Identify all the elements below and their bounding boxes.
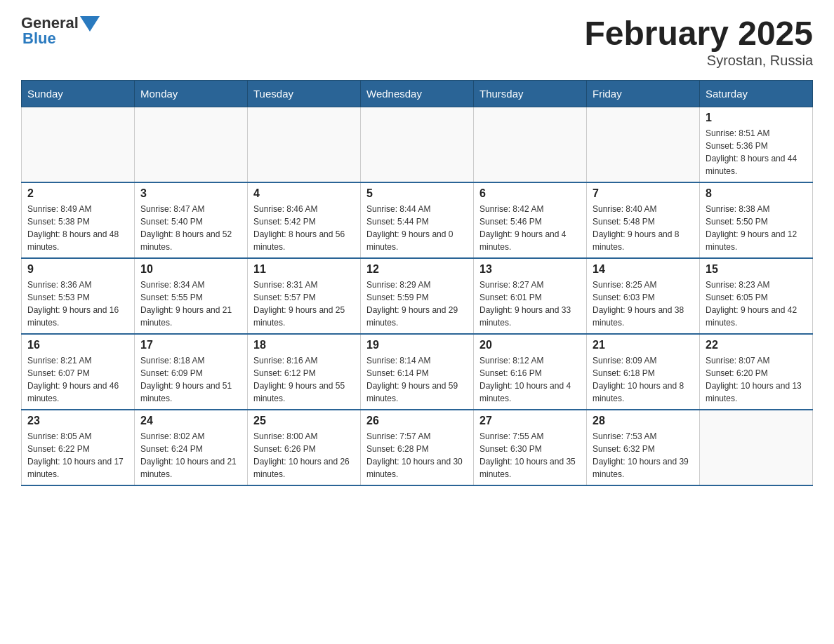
- day-info: Sunrise: 8:36 AMSunset: 5:53 PMDaylight:…: [27, 279, 128, 329]
- calendar-cell: 9Sunrise: 8:36 AMSunset: 5:53 PMDaylight…: [22, 258, 135, 334]
- day-info: Sunrise: 8:29 AMSunset: 5:59 PMDaylight:…: [366, 279, 468, 329]
- day-number: 9: [27, 263, 128, 276]
- weekday-header-sunday: Sunday: [22, 81, 135, 107]
- calendar-cell: 10Sunrise: 8:34 AMSunset: 5:55 PMDayligh…: [135, 258, 248, 334]
- day-number: 13: [479, 263, 581, 276]
- day-info: Sunrise: 8:07 AMSunset: 6:20 PMDaylight:…: [706, 354, 807, 405]
- day-number: 10: [140, 263, 241, 276]
- day-info: Sunrise: 7:55 AMSunset: 6:30 PMDaylight:…: [479, 430, 581, 481]
- logo-blue-text: Blue: [22, 29, 56, 48]
- weekday-header-row: SundayMondayTuesdayWednesdayThursdayFrid…: [22, 81, 813, 107]
- day-info: Sunrise: 8:02 AMSunset: 6:24 PMDaylight:…: [140, 430, 241, 481]
- day-info: Sunrise: 8:47 AMSunset: 5:40 PMDaylight:…: [140, 203, 241, 253]
- day-number: 18: [253, 339, 355, 351]
- day-info: Sunrise: 8:34 AMSunset: 5:55 PMDaylight:…: [140, 279, 241, 329]
- calendar-cell: [135, 107, 248, 183]
- day-info: Sunrise: 8:21 AMSunset: 6:07 PMDaylight:…: [27, 354, 128, 405]
- calendar-cell: 24Sunrise: 8:02 AMSunset: 6:24 PMDayligh…: [135, 410, 248, 485]
- day-info: Sunrise: 7:57 AMSunset: 6:28 PMDaylight:…: [366, 430, 468, 481]
- calendar-cell: 16Sunrise: 8:21 AMSunset: 6:07 PMDayligh…: [22, 334, 135, 410]
- calendar-cell: 7Sunrise: 8:40 AMSunset: 5:48 PMDaylight…: [587, 182, 700, 258]
- calendar-week-row: 9Sunrise: 8:36 AMSunset: 5:53 PMDaylight…: [22, 258, 813, 334]
- day-number: 24: [140, 415, 241, 427]
- day-number: 19: [366, 339, 468, 351]
- calendar-cell: 20Sunrise: 8:12 AMSunset: 6:16 PMDayligh…: [474, 334, 587, 410]
- calendar-week-row: 16Sunrise: 8:21 AMSunset: 6:07 PMDayligh…: [22, 334, 813, 410]
- day-info: Sunrise: 8:16 AMSunset: 6:12 PMDaylight:…: [253, 354, 355, 405]
- calendar-header: SundayMondayTuesdayWednesdayThursdayFrid…: [22, 81, 813, 107]
- day-number: 26: [366, 415, 468, 427]
- day-number: 14: [593, 263, 694, 276]
- day-info: Sunrise: 8:12 AMSunset: 6:16 PMDaylight:…: [479, 354, 581, 405]
- calendar-cell: 15Sunrise: 8:23 AMSunset: 6:05 PMDayligh…: [700, 258, 813, 334]
- day-number: 5: [366, 187, 468, 200]
- day-info: Sunrise: 8:49 AMSunset: 5:38 PMDaylight:…: [27, 203, 128, 253]
- day-number: 3: [140, 187, 241, 200]
- location-subtitle: Syrostan, Russia: [584, 53, 813, 69]
- day-info: Sunrise: 8:09 AMSunset: 6:18 PMDaylight:…: [593, 354, 694, 405]
- calendar-week-row: 23Sunrise: 8:05 AMSunset: 6:22 PMDayligh…: [22, 410, 813, 485]
- day-info: Sunrise: 8:51 AMSunset: 5:36 PMDaylight:…: [706, 127, 807, 177]
- calendar-cell: 27Sunrise: 7:55 AMSunset: 6:30 PMDayligh…: [474, 410, 587, 485]
- calendar-cell: 3Sunrise: 8:47 AMSunset: 5:40 PMDaylight…: [135, 182, 248, 258]
- calendar-table: SundayMondayTuesdayWednesdayThursdayFrid…: [21, 80, 813, 486]
- day-info: Sunrise: 8:46 AMSunset: 5:42 PMDaylight:…: [253, 203, 355, 253]
- day-number: 28: [593, 415, 694, 427]
- logo: General Blue: [21, 14, 100, 48]
- day-number: 1: [706, 112, 807, 124]
- day-number: 8: [706, 187, 807, 200]
- weekday-header-tuesday: Tuesday: [248, 81, 361, 107]
- title-area: February 2025 Syrostan, Russia: [584, 14, 813, 69]
- day-info: Sunrise: 8:27 AMSunset: 6:01 PMDaylight:…: [479, 279, 581, 329]
- day-info: Sunrise: 8:31 AMSunset: 5:57 PMDaylight:…: [253, 279, 355, 329]
- calendar-body: 1Sunrise: 8:51 AMSunset: 5:36 PMDaylight…: [22, 107, 813, 486]
- day-info: Sunrise: 7:53 AMSunset: 6:32 PMDaylight:…: [593, 430, 694, 481]
- weekday-header-friday: Friday: [587, 81, 700, 107]
- calendar-cell: 18Sunrise: 8:16 AMSunset: 6:12 PMDayligh…: [248, 334, 361, 410]
- calendar-cell: [248, 107, 361, 183]
- day-number: 6: [479, 187, 581, 200]
- day-number: 23: [27, 415, 128, 427]
- weekday-header-wednesday: Wednesday: [361, 81, 474, 107]
- day-number: 17: [140, 339, 241, 351]
- month-title: February 2025: [584, 14, 813, 53]
- calendar-cell: [474, 107, 587, 183]
- day-number: 27: [479, 415, 581, 427]
- calendar-cell: 19Sunrise: 8:14 AMSunset: 6:14 PMDayligh…: [361, 334, 474, 410]
- day-info: Sunrise: 8:18 AMSunset: 6:09 PMDaylight:…: [140, 354, 241, 405]
- calendar-cell: [361, 107, 474, 183]
- day-info: Sunrise: 8:14 AMSunset: 6:14 PMDaylight:…: [366, 354, 468, 405]
- weekday-header-monday: Monday: [135, 81, 248, 107]
- logo-triangle-icon: [80, 16, 100, 32]
- weekday-header-thursday: Thursday: [474, 81, 587, 107]
- day-info: Sunrise: 8:23 AMSunset: 6:05 PMDaylight:…: [706, 279, 807, 329]
- day-number: 7: [593, 187, 694, 200]
- day-info: Sunrise: 8:25 AMSunset: 6:03 PMDaylight:…: [593, 279, 694, 329]
- calendar-cell: 17Sunrise: 8:18 AMSunset: 6:09 PMDayligh…: [135, 334, 248, 410]
- day-info: Sunrise: 8:38 AMSunset: 5:50 PMDaylight:…: [706, 203, 807, 253]
- day-info: Sunrise: 8:40 AMSunset: 5:48 PMDaylight:…: [593, 203, 694, 253]
- day-info: Sunrise: 8:44 AMSunset: 5:44 PMDaylight:…: [366, 203, 468, 253]
- calendar-cell: 4Sunrise: 8:46 AMSunset: 5:42 PMDaylight…: [248, 182, 361, 258]
- calendar-cell: 6Sunrise: 8:42 AMSunset: 5:46 PMDaylight…: [474, 182, 587, 258]
- calendar-cell: 26Sunrise: 7:57 AMSunset: 6:28 PMDayligh…: [361, 410, 474, 485]
- weekday-header-saturday: Saturday: [700, 81, 813, 107]
- day-number: 20: [479, 339, 581, 351]
- calendar-week-row: 2Sunrise: 8:49 AMSunset: 5:38 PMDaylight…: [22, 182, 813, 258]
- calendar-cell: 21Sunrise: 8:09 AMSunset: 6:18 PMDayligh…: [587, 334, 700, 410]
- calendar-cell: 23Sunrise: 8:05 AMSunset: 6:22 PMDayligh…: [22, 410, 135, 485]
- calendar-cell: [700, 410, 813, 485]
- day-number: 21: [593, 339, 694, 351]
- day-number: 15: [706, 263, 807, 276]
- calendar-cell: 12Sunrise: 8:29 AMSunset: 5:59 PMDayligh…: [361, 258, 474, 334]
- day-number: 11: [253, 263, 355, 276]
- day-number: 22: [706, 339, 807, 351]
- day-number: 2: [27, 187, 128, 200]
- calendar-cell: 22Sunrise: 8:07 AMSunset: 6:20 PMDayligh…: [700, 334, 813, 410]
- calendar-cell: 11Sunrise: 8:31 AMSunset: 5:57 PMDayligh…: [248, 258, 361, 334]
- day-number: 4: [253, 187, 355, 200]
- day-number: 12: [366, 263, 468, 276]
- page-header: General Blue February 2025 Syrostan, Rus…: [21, 14, 813, 69]
- calendar-cell: [587, 107, 700, 183]
- calendar-cell: 2Sunrise: 8:49 AMSunset: 5:38 PMDaylight…: [22, 182, 135, 258]
